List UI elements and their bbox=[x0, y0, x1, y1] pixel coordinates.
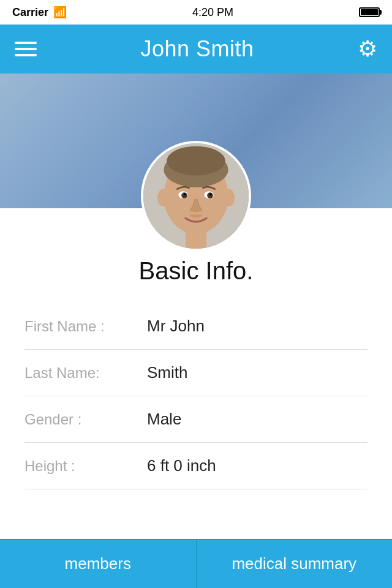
first-name-row: First Name : Mr John bbox=[24, 303, 368, 350]
height-label: Height : bbox=[24, 458, 147, 475]
status-bar: Carrier 📶 4:20 PM bbox=[0, 0, 392, 24]
gender-row: Gender : Male bbox=[24, 396, 368, 443]
height-row: Height : 6 ft 0 inch bbox=[24, 443, 368, 489]
first-name-value: Mr John bbox=[147, 317, 205, 336]
profile-banner bbox=[0, 74, 392, 208]
last-name-label: Last Name: bbox=[24, 364, 147, 382]
content-area: Basic Info. First Name : Mr John Last Na… bbox=[0, 257, 392, 489]
tab-members[interactable]: members bbox=[0, 540, 197, 588]
first-name-label: First Name : bbox=[24, 318, 147, 335]
avatar-image bbox=[143, 143, 249, 249]
last-name-value: Smith bbox=[147, 363, 187, 382]
svg-point-5 bbox=[167, 146, 225, 176]
status-carrier: Carrier 📶 bbox=[12, 6, 67, 19]
svg-point-11 bbox=[209, 193, 212, 195]
hamburger-menu-icon[interactable] bbox=[15, 42, 37, 56]
svg-point-10 bbox=[184, 193, 186, 195]
status-time: 4:20 PM bbox=[192, 6, 233, 19]
section-title: Basic Info. bbox=[24, 257, 368, 285]
nav-title: John Smith bbox=[140, 36, 254, 62]
avatar bbox=[141, 141, 251, 251]
last-name-row: Last Name: Smith bbox=[24, 350, 368, 396]
wifi-icon: 📶 bbox=[53, 6, 67, 19]
gender-value: Male bbox=[147, 410, 181, 429]
nav-bar: John Smith ⚙ bbox=[0, 24, 392, 74]
svg-point-13 bbox=[223, 189, 235, 207]
height-value: 6 ft 0 inch bbox=[147, 456, 216, 475]
battery-icon bbox=[359, 7, 380, 17]
tab-bar: members medical summary bbox=[0, 539, 392, 588]
gender-label: Gender : bbox=[24, 411, 147, 428]
tab-medical-summary[interactable]: medical summary bbox=[197, 540, 393, 588]
status-battery bbox=[359, 7, 380, 17]
svg-point-12 bbox=[157, 189, 169, 207]
gear-icon[interactable]: ⚙ bbox=[358, 38, 377, 60]
